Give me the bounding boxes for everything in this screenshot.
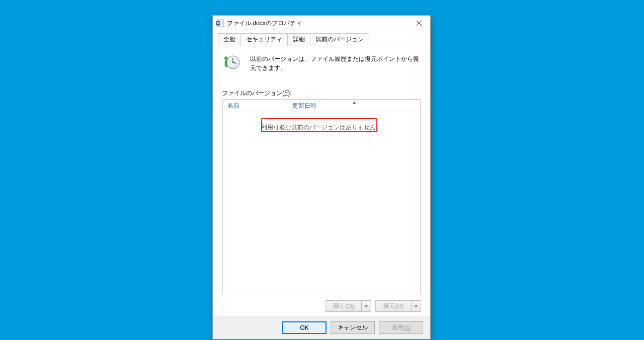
- chevron-down-icon: [414, 304, 418, 308]
- cancel-button[interactable]: キャンセル: [331, 321, 375, 334]
- tab-previous-versions[interactable]: 以前のバージョン: [310, 33, 369, 46]
- svg-point-12: [232, 62, 234, 63]
- button-bar: OK キャンセル 適用(A): [213, 316, 430, 339]
- versions-label: ファイルのバージョン(F):: [222, 89, 421, 98]
- ok-button[interactable]: OK: [282, 321, 327, 334]
- svg-marker-14: [364, 305, 368, 308]
- open-button: 開く(O): [326, 300, 362, 312]
- apply-button: 適用(A): [379, 321, 423, 334]
- chevron-down-icon: [364, 304, 368, 308]
- svg-marker-13: [223, 56, 228, 59]
- properties-dialog: W ファイル.docxのプロパティ 全般 セキュリティ 詳細 以前のバージョン: [212, 15, 431, 339]
- svg-marker-15: [414, 305, 418, 308]
- window-title: ファイル.docxのプロパティ: [227, 19, 302, 28]
- restore-dropdown: [412, 300, 421, 312]
- titlebar: W ファイル.docxのプロパティ: [213, 16, 430, 31]
- open-dropdown: [362, 300, 371, 312]
- tab-details[interactable]: 詳細: [287, 33, 310, 46]
- svg-text:W: W: [216, 21, 220, 25]
- open-split-button: 開く(O): [326, 300, 371, 312]
- word-app-icon: W: [216, 19, 224, 27]
- restore-button: 復元(R): [375, 300, 412, 312]
- column-name[interactable]: 名前: [222, 100, 287, 112]
- description-text: 以前のバージョンは、ファイル履歴または復元ポイントから復元できます。: [250, 53, 421, 72]
- list-body: 利用可能な以前のバージョンはありません。: [222, 112, 421, 294]
- action-row: 開く(O) 復元(R): [222, 300, 421, 312]
- close-icon: [417, 21, 422, 26]
- tab-general[interactable]: 全般: [218, 33, 241, 46]
- close-button[interactable]: [408, 16, 430, 31]
- no-versions-message: 利用可能な以前のバージョンはありません。: [261, 123, 382, 132]
- description-row: 以前のバージョンは、ファイル履歴または復元ポイントから復元できます。: [222, 53, 421, 75]
- versions-list[interactable]: 名前 更新日時 利用可能な以前のバージョンはありません。: [222, 100, 421, 294]
- restore-split-button: 復元(R): [375, 300, 421, 312]
- tab-strip: 全般 セキュリティ 詳細 以前のバージョン: [218, 34, 425, 46]
- column-spacer: [360, 100, 421, 112]
- tab-content: 以前のバージョンは、ファイル履歴または復元ポイントから復元できます。 ファイルの…: [213, 46, 430, 316]
- column-date[interactable]: 更新日時: [287, 100, 360, 112]
- list-header: 名前 更新日時: [222, 100, 421, 112]
- history-clock-icon: [222, 53, 242, 75]
- tab-security[interactable]: セキュリティ: [240, 33, 288, 46]
